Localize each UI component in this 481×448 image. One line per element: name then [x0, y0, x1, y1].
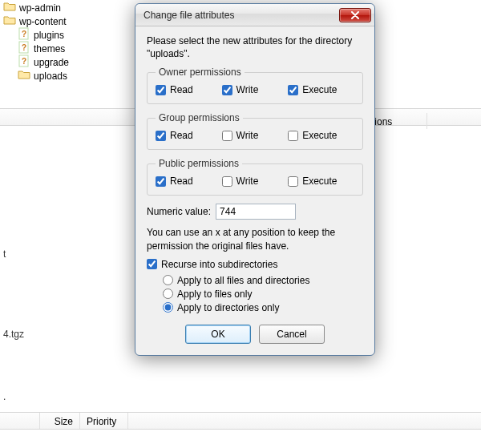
- recurse-label: Recurse into subdirectories: [161, 259, 277, 270]
- apply-dirs-label: Apply to directories only: [177, 302, 279, 313]
- dialog-titlebar[interactable]: Change file attributes: [135, 4, 374, 26]
- svg-text:?: ?: [22, 43, 26, 52]
- close-icon: [350, 11, 360, 19]
- group-read-label: Read: [170, 130, 193, 141]
- group-legend: Group permissions: [156, 112, 243, 123]
- owner-execute-label: Execute: [302, 84, 337, 95]
- group-permissions-group: Group permissions Read Write Execute: [147, 112, 363, 150]
- public-permissions-group: Public permissions Read Write Execute: [147, 158, 363, 196]
- owner-legend: Owner permissions: [156, 67, 245, 78]
- group-execute-checkbox[interactable]: [288, 131, 298, 141]
- svg-text:?: ?: [22, 57, 26, 66]
- owner-read-checkbox[interactable]: [156, 85, 166, 95]
- public-read-label: Read: [170, 176, 193, 187]
- public-execute-checkbox[interactable]: [288, 176, 298, 187]
- owner-execute-checkbox[interactable]: [288, 85, 298, 95]
- owner-write-checkbox[interactable]: [222, 85, 232, 95]
- list-row-fragment: .: [3, 391, 6, 402]
- apply-all-radio[interactable]: [163, 275, 173, 285]
- tree-item-label: upgrade: [34, 56, 69, 70]
- recurse-checkbox[interactable]: [147, 259, 157, 269]
- apply-files-label: Apply to files only: [177, 289, 252, 300]
- public-execute-label: Execute: [302, 176, 337, 187]
- folder-icon: [18, 69, 30, 84]
- tree-item-label: themes: [34, 42, 65, 56]
- apply-files-radio[interactable]: [163, 289, 173, 299]
- owner-permissions-group: Owner permissions Read Write Execute: [147, 67, 363, 104]
- owner-read-label: Read: [170, 84, 193, 95]
- group-write-checkbox[interactable]: [222, 131, 232, 141]
- change-attributes-dialog: Change file attributes Please select the…: [135, 3, 375, 356]
- tree-item-label: plugins: [34, 29, 64, 42]
- tree-item-label: uploads: [34, 70, 67, 83]
- group-read-checkbox[interactable]: [156, 131, 166, 141]
- folder-icon: [3, 14, 16, 30]
- numeric-value-input[interactable]: [216, 204, 296, 220]
- cancel-button[interactable]: Cancel: [259, 325, 325, 344]
- list-row-fragment: t: [3, 248, 6, 260]
- queue-column-headers: Size Priority: [0, 412, 481, 430]
- owner-write-label: Write: [236, 84, 259, 95]
- permission-note: You can use an x at any position to keep…: [147, 226, 363, 252]
- list-row-fragment: 4.tgz: [3, 329, 24, 340]
- numeric-value-label: Numeric value:: [147, 206, 211, 217]
- group-write-label: Write: [236, 130, 259, 141]
- apply-scope-group: Apply to all files and directories Apply…: [147, 275, 363, 313]
- public-write-label: Write: [236, 176, 259, 187]
- dialog-title: Change file attributes: [143, 10, 339, 21]
- dialog-intro: Please select the new attributes for the…: [147, 34, 363, 60]
- tree-item-label: wp-admin: [19, 2, 61, 15]
- svg-text:?: ?: [22, 30, 26, 38]
- close-button[interactable]: [339, 8, 371, 22]
- ok-button[interactable]: OK: [185, 325, 251, 344]
- apply-all-label: Apply to all files and directories: [177, 275, 309, 286]
- public-write-checkbox[interactable]: [222, 176, 232, 187]
- public-legend: Public permissions: [156, 158, 242, 169]
- column-priority: Priority: [80, 413, 128, 429]
- group-execute-label: Execute: [302, 130, 337, 141]
- apply-dirs-radio[interactable]: [163, 302, 173, 313]
- public-read-checkbox[interactable]: [156, 176, 166, 187]
- column-size: Size: [40, 413, 80, 429]
